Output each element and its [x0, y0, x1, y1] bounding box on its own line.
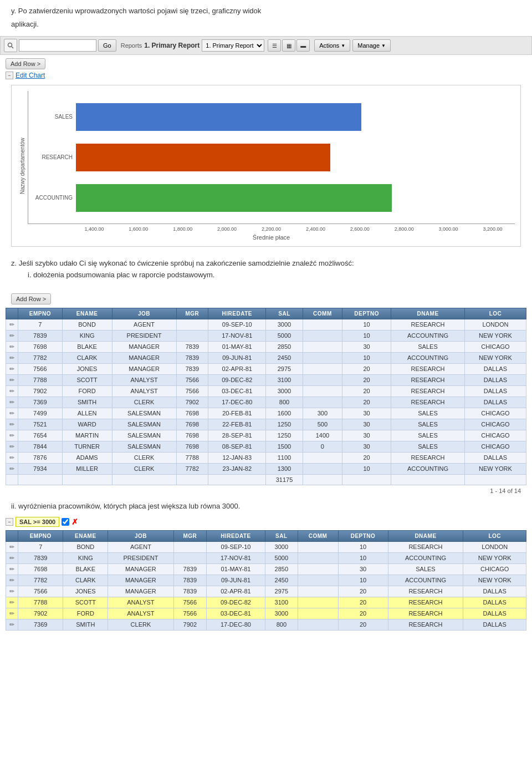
edit-cell[interactable]: ✏ [6, 452, 18, 463]
table-cell [298, 563, 338, 575]
table-cell [298, 597, 338, 608]
edit-pencil-icon[interactable]: ✏ [9, 432, 14, 439]
table-cell [303, 341, 342, 352]
filter-checkbox[interactable] [62, 518, 69, 526]
actions-button[interactable]: Actions ▼ [314, 39, 350, 52]
view-icon-2[interactable]: ▦ [282, 39, 295, 52]
edit-pencil-icon[interactable]: ✏ [9, 343, 14, 350]
edit-cell[interactable]: ✏ [6, 597, 18, 608]
table-cell: CHICAGO [463, 563, 526, 575]
edit-pencil-icon[interactable]: ✏ [9, 599, 14, 606]
table1-col-dname: DNAME [391, 308, 465, 319]
edit-pencil-icon[interactable]: ✏ [9, 588, 14, 595]
filter-collapse-icon[interactable]: − [6, 518, 13, 526]
table-cell: 3100 [265, 597, 298, 608]
table-cell: SALESMAN [112, 408, 176, 419]
search-input[interactable] [19, 39, 96, 52]
table-row: ✏7782CLARKMANAGER783909-JUN-81245010ACCO… [6, 352, 526, 363]
collapse-icon[interactable]: − [6, 72, 13, 79]
edit-pencil-icon[interactable]: ✏ [9, 566, 14, 572]
table1-col-edit [6, 308, 18, 319]
edit-cell[interactable]: ✏ [6, 408, 18, 419]
go-button[interactable]: Go [98, 39, 116, 52]
edit-cell[interactable]: ✏ [6, 463, 18, 474]
edit-pencil-icon[interactable]: ✏ [9, 377, 14, 383]
edit-cell[interactable]: ✏ [6, 330, 18, 341]
report-select[interactable]: 1. Primary Report [202, 39, 264, 52]
edit-cell[interactable]: ✏ [6, 419, 18, 430]
table-cell: 3000 [265, 608, 298, 619]
table-cell: 0 [303, 441, 342, 452]
edit-pencil-icon[interactable]: ✏ [9, 621, 14, 628]
edit-pencil-icon[interactable]: ✏ [9, 410, 14, 416]
edit-pencil-icon[interactable]: ✏ [9, 610, 14, 617]
edit-cell[interactable]: ✏ [6, 586, 18, 597]
table1: EMPNO ENAME JOB MGR HIREDATE SAL COMM DE… [6, 308, 526, 485]
table-row: ✏7698BLAKEMANAGER783901-MAY-81285030SALE… [6, 563, 526, 575]
table-cell: 02-APR-81 [206, 586, 265, 597]
edit-cell[interactable]: ✏ [6, 385, 18, 397]
edit-cell[interactable]: ✏ [6, 441, 18, 452]
edit-cell[interactable]: ✏ [6, 608, 18, 619]
view-icon-3[interactable]: ▬ [296, 39, 310, 52]
edit-pencil-icon[interactable]: ✏ [9, 443, 14, 450]
edit-pencil-icon[interactable]: ✏ [9, 365, 14, 372]
table-cell: 7521 [18, 419, 63, 430]
table-cell: ANALYST [108, 608, 174, 619]
edit-pencil-icon[interactable]: ✏ [9, 421, 14, 428]
table-cell: 7566 [176, 374, 208, 385]
edit-pencil-icon[interactable]: ✏ [9, 465, 14, 472]
edit-cell[interactable]: ✏ [6, 352, 18, 363]
edit-cell[interactable]: ✏ [6, 430, 18, 441]
table-cell: 3000 [266, 319, 303, 330]
table-cell: KING [62, 330, 112, 341]
table2-col-hiredate: HIREDATE [206, 530, 265, 541]
edit-chart-link[interactable]: Edit Chart [16, 72, 45, 79]
table-cell: 7 [18, 319, 63, 330]
edit-pencil-icon[interactable]: ✏ [9, 454, 14, 461]
table-cell: RESEARCH [391, 385, 465, 397]
edit-pencil-icon[interactable]: ✏ [9, 332, 14, 339]
edit-pencil-icon[interactable]: ✏ [9, 354, 14, 361]
edit-cell[interactable]: ✏ [6, 374, 18, 385]
edit-pencil-icon[interactable]: ✏ [9, 577, 14, 583]
search-icon[interactable] [4, 39, 17, 52]
table-cell: 01-MAY-81 [206, 563, 265, 575]
edit-pencil-icon[interactable]: ✏ [9, 388, 14, 394]
edit-pencil-icon[interactable]: ✏ [9, 555, 14, 561]
table-cell: 7844 [18, 441, 63, 452]
chart-bars-area: SALES RESEARCH ACCOUNTING [28, 91, 515, 224]
table-row: ✏7698BLAKEMANAGER783901-MAY-81285030SALE… [6, 341, 526, 352]
edit-cell[interactable]: ✏ [6, 319, 18, 330]
table-cell: SALES [391, 441, 465, 452]
edit-pencil-icon[interactable]: ✏ [9, 399, 14, 405]
table-cell: 7788 [176, 452, 208, 463]
table-cell: DALLAS [463, 597, 526, 608]
edit-cell[interactable]: ✏ [6, 341, 18, 352]
table1-add-row-button[interactable]: Add Row > [11, 293, 51, 304]
edit-cell[interactable]: ✏ [6, 575, 18, 586]
edit-cell[interactable]: ✏ [6, 563, 18, 575]
add-row-button[interactable]: Add Row > [6, 58, 45, 69]
total-cell [464, 474, 526, 485]
edit-cell[interactable]: ✏ [6, 397, 18, 408]
edit-cell[interactable]: ✏ [6, 619, 18, 630]
view-icon-1[interactable]: ☰ [268, 39, 281, 52]
table-row: ✏7902FORDANALYST756603-DEC-81300020RESEA… [6, 385, 526, 397]
table-cell: SALESMAN [112, 441, 176, 452]
reports-label: Reports [121, 42, 142, 49]
edit-cell[interactable]: ✏ [6, 552, 18, 563]
table-cell: 17-NOV-81 [206, 552, 265, 563]
manage-button[interactable]: Manage ▼ [352, 39, 391, 52]
table-cell: 09-DEC-82 [206, 597, 265, 608]
filter-delete-icon[interactable]: ✗ [71, 517, 78, 526]
table-cell: BLAKE [63, 563, 108, 575]
edit-cell[interactable]: ✏ [6, 363, 18, 374]
manage-caret: ▼ [381, 43, 386, 48]
edit-cell[interactable]: ✏ [6, 541, 18, 552]
chart-x-axis: 1,400.00 1,600.00 1,800.00 2,000.00 2,20… [28, 224, 515, 232]
edit-pencil-icon[interactable]: ✏ [9, 543, 14, 550]
edit-pencil-icon[interactable]: ✏ [9, 321, 14, 328]
table-cell: NEW YORK [464, 352, 526, 363]
table-cell: CHICAGO [464, 408, 526, 419]
